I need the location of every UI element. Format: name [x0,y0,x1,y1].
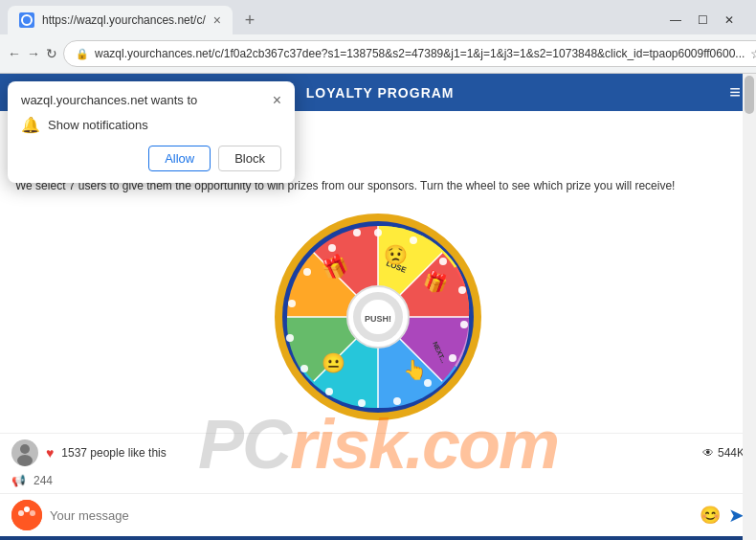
share-icon: 📢 [11,474,26,487]
comment-row: 😊 ➤ [0,493,756,536]
lock-icon: 🔒 [76,48,89,60]
wheel-container: PUSH! PUSH! LOSE 🎁 🎁 😟 😐 [0,202,756,432]
popup-header: wazql.yourchances.net wants to × [21,93,281,108]
wheel-svg: PUSH! PUSH! LOSE 🎁 🎁 😟 😐 [273,212,483,422]
svg-point-41 [17,455,33,466]
svg-point-26 [353,229,361,236]
forward-button[interactable]: → [27,40,40,67]
address-bar-row: ← → ↻ 🔒 wazql.yourchances.net/c/1f0a2cb3… [0,34,756,73]
page-content: ☰ LOYALTY PROGRAM ≡ Thursday, 28 January… [0,74,756,540]
block-button[interactable]: Block [218,146,281,171]
window-controls: — ☐ ✕ [664,9,748,32]
site-title: LOYALTY PROGRAM [306,85,455,101]
svg-point-15 [460,321,468,328]
views-row: 👁 544K [702,446,745,460]
new-tab-button[interactable]: + [236,7,263,34]
svg-text:👆: 👆 [403,358,427,381]
svg-point-20 [325,388,333,395]
svg-point-24 [303,268,311,276]
svg-point-45 [30,510,35,516]
allow-button[interactable]: Allow [148,146,211,171]
tab-close-button[interactable]: × [213,12,221,28]
popup-buttons: Allow Block [21,146,281,171]
svg-point-12 [410,236,417,244]
shares-count: 244 [33,474,53,487]
refresh-button[interactable]: ↻ [46,40,57,67]
views-count: 544K [718,446,745,460]
comment-input[interactable] [50,502,692,529]
avatar-svg [11,439,38,466]
svg-point-13 [439,258,447,265]
comment-avatar-svg [11,500,42,530]
heart-icon: ♥ [46,445,54,461]
svg-point-25 [328,244,336,252]
svg-point-16 [449,354,456,362]
tab-bar: https://wazql.yourchances.net/c/ × + — ☐… [0,0,756,34]
browser-tab[interactable]: https://wazql.yourchances.net/c/ × [8,6,233,34]
svg-point-17 [424,379,432,387]
tab-title: https://wazql.yourchances.net/c/ [42,13,206,27]
svg-point-40 [20,444,30,454]
svg-text:😟: 😟 [384,243,408,266]
bookmark-icon: ☆ [750,46,756,61]
tab-favicon-icon [19,12,34,28]
social-section: ♥ 1537 people like this 👁 544K 📢 244 [0,433,756,536]
browser-chrome: https://wazql.yourchances.net/c/ × + — ☐… [0,0,756,74]
site-menu-icon[interactable]: ≡ [729,81,741,103]
close-window-button[interactable]: ✕ [718,9,741,32]
svg-text:😐: 😐 [322,351,345,374]
svg-point-19 [358,399,366,407]
popup-notification-text: Show notifications [48,118,148,132]
scrollbar-thumb[interactable] [745,76,754,114]
minimize-button[interactable]: — [664,9,687,32]
likes-row: ♥ 1537 people like this 👁 544K [0,434,756,472]
svg-point-43 [18,510,24,516]
comment-avatar [11,500,42,530]
svg-text:PUSH!: PUSH! [365,314,391,324]
svg-point-21 [300,365,308,372]
svg-point-44 [24,506,30,512]
url-text: wazql.yourchances.net/c/1f0a2cb367c37dee… [95,47,745,60]
avatar [11,439,38,466]
popup-close-button[interactable]: × [273,93,281,108]
share-row: 📢 244 [0,472,756,493]
spin-wheel[interactable]: PUSH! PUSH! LOSE 🎁 🎁 😟 😐 [273,212,483,422]
popup-notification-row: 🔔 Show notifications [21,116,281,134]
svg-point-14 [458,286,466,294]
notification-popup: wazql.yourchances.net wants to × 🔔 Show … [8,81,295,183]
popup-title: wazql.yourchances.net wants to [21,93,197,107]
bell-icon: 🔔 [21,116,40,134]
svg-point-23 [288,300,296,307]
svg-point-22 [286,334,294,342]
address-bar[interactable]: 🔒 wazql.yourchances.net/c/1f0a2cb367c37d… [63,40,756,67]
eye-icon: 👁 [702,446,714,460]
emoji-button[interactable]: 😊 [700,505,721,526]
back-button[interactable]: ← [8,40,21,67]
likes-count: 1537 people like this [61,446,166,460]
svg-point-11 [374,229,382,236]
maximize-button[interactable]: ☐ [691,9,714,32]
scrollbar[interactable] [743,74,756,540]
svg-point-18 [393,397,401,405]
svg-point-42 [11,500,42,530]
